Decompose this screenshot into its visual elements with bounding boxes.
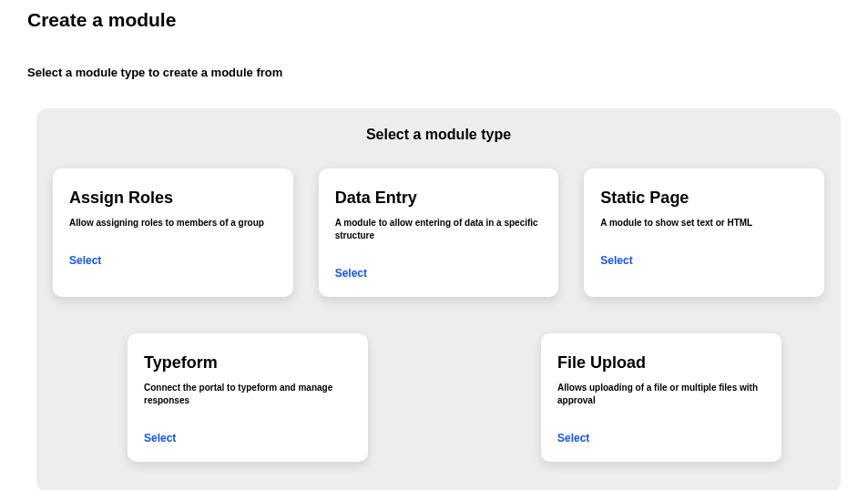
card-description: Connect the portal to typeform and manag… [144, 382, 352, 407]
select-button-file-upload[interactable]: Select [557, 432, 589, 444]
card-file-upload: File Upload Allows uploading of a file o… [541, 333, 781, 462]
page-title: Create a module [27, 9, 841, 31]
card-assign-roles: Assign Roles Allow assigning roles to me… [53, 168, 293, 297]
select-button-assign-roles[interactable]: Select [69, 254, 101, 267]
page-subtitle: Select a module type to create a module … [27, 66, 841, 79]
panel-title: Select a module type [53, 127, 824, 143]
card-title: Data Entry [335, 189, 543, 208]
card-description: A module to show set text or HTML [600, 217, 808, 230]
select-button-typeform[interactable]: Select [144, 432, 176, 444]
card-title: File Upload [557, 353, 765, 373]
card-typeform: Typeform Connect the portal to typeform … [128, 333, 368, 462]
card-title: Static Page [600, 189, 808, 208]
card-title: Typeform [144, 353, 352, 373]
card-static-page: Static Page A module to show set text or… [584, 168, 824, 297]
card-description: Allow assigning roles to members of a gr… [69, 217, 277, 230]
cards-row-2: Typeform Connect the portal to typeform … [53, 333, 824, 462]
card-description: Allows uploading of a file or multiple f… [557, 382, 765, 407]
card-data-entry: Data Entry A module to allow entering of… [319, 168, 559, 297]
select-button-data-entry[interactable]: Select [335, 267, 367, 280]
cards-row-1: Assign Roles Allow assigning roles to me… [53, 168, 824, 297]
module-type-panel: Select a module type Assign Roles Allow … [36, 108, 841, 490]
select-button-static-page[interactable]: Select [600, 254, 632, 267]
card-title: Assign Roles [69, 189, 277, 208]
card-description: A module to allow entering of data in a … [335, 217, 543, 242]
